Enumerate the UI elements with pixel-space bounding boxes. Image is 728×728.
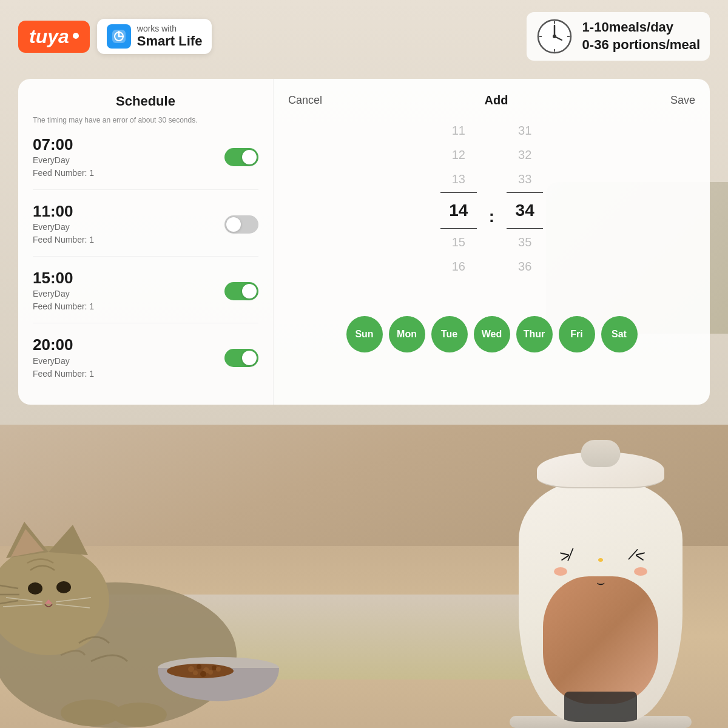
day-sat[interactable]: Sat [601,316,638,352]
svg-point-25 [208,670,213,675]
schedule-info-3: 15:00 EveryDay Feed Number: 1 [33,269,94,313]
schedule-day-3: EveryDay [33,288,94,300]
day-mon[interactable]: Mon [389,316,425,352]
smart-life-name: Smart Life [137,33,203,49]
toggle-2[interactable] [224,215,258,234]
toggle-1[interactable] [224,148,258,166]
add-header: Cancel Add Save [288,93,695,107]
schedule-day-4: EveryDay [33,355,94,368]
tuya-dot [73,33,79,39]
tuya-badge: tuya [18,21,90,53]
schedule-item-1: 07:00 EveryDay Feed Number: 1 [33,135,258,190]
meals-line2: 0-36 portions/meal [582,36,700,54]
main-content: tuya works with Smart Life [0,0,728,411]
hour-15[interactable]: 15 [452,231,465,253]
svg-marker-3 [49,525,88,555]
day-thur[interactable]: Thur [516,316,553,352]
schedule-day-1: EveryDay [33,154,94,167]
schedule-item-2: 11:00 EveryDay Feed Number: 1 [33,202,258,257]
days-row: Sun Mon Tue Wed Thur Fri Sat [288,316,695,352]
schedule-time-1: 07:00 [33,135,94,154]
svg-point-27 [216,667,221,672]
smart-life-icon [107,24,131,49]
schedule-time-4: 20:00 [33,335,94,354]
schedule-info-4: 20:00 EveryDay Feed Number: 1 [33,335,94,380]
schedule-feed-3: Feed Number: 1 [33,300,94,313]
svg-point-24 [200,671,206,677]
hour-13[interactable]: 13 [452,168,465,190]
svg-point-22 [212,666,217,670]
day-fri[interactable]: Fri [559,316,595,352]
toggle-4[interactable] [224,349,258,367]
minute-34-selected[interactable]: 34 [507,192,543,229]
schedule-title: Schedule [33,93,258,109]
toggle-knob-3 [242,284,257,298]
pet-feeder: >∕ ∕< ⌣ [510,425,692,728]
smart-life-works: works with [137,24,203,33]
schedule-day-2: EveryDay [33,221,94,234]
schedule-feed-2: Feed Number: 1 [33,234,94,246]
save-button[interactable]: Save [670,94,695,107]
smart-life-text: works with Smart Life [137,24,203,49]
schedule-panel: Schedule The timing may have an error of… [18,79,273,405]
svg-point-26 [185,670,189,674]
minute-33[interactable]: 33 [518,168,531,190]
badges-left: tuya works with Smart Life [18,19,212,54]
time-separator: : [489,120,494,302]
svg-point-9 [56,581,71,593]
day-wed[interactable]: Wed [474,316,510,352]
minute-36[interactable]: 36 [518,255,531,277]
clock-icon [536,18,573,55]
hour-12[interactable]: 12 [452,144,465,166]
minute-31[interactable]: 31 [518,120,531,141]
tuya-label: tuya [29,25,69,48]
schedule-feed-4: Feed Number: 1 [33,368,94,380]
panels-container: Schedule The timing may have an error of… [18,79,710,405]
schedule-item-4: 20:00 EveryDay Feed Number: 1 [33,335,258,389]
cancel-button[interactable]: Cancel [288,94,322,107]
svg-point-23 [193,670,198,675]
add-panel: Cancel Add Save 11 12 13 14 15 16 17 : 3… [273,79,710,405]
toggle-knob-1 [242,150,257,164]
schedule-time-2: 11:00 [33,202,94,221]
meals-line1: 1-10meals/day [582,19,700,36]
food-bowl [152,656,285,707]
schedule-time-3: 15:00 [33,269,94,288]
minute-35[interactable]: 35 [518,231,531,253]
meals-info: 1-10meals/day 0-36 portions/meal [527,12,710,61]
svg-point-8 [28,582,42,595]
svg-point-20 [197,664,201,669]
toggle-3[interactable] [224,282,258,300]
schedule-info-1: 07:00 EveryDay Feed Number: 1 [33,135,94,180]
minute-picker[interactable]: 31 32 33 34 35 36 37 [507,120,543,302]
time-picker[interactable]: 11 12 13 14 15 16 17 : 31 32 33 34 35 36… [288,120,695,302]
day-tue[interactable]: Tue [431,316,468,352]
schedule-info-2: 11:00 EveryDay Feed Number: 1 [33,202,94,246]
day-sun[interactable]: Sun [346,316,383,352]
svg-point-19 [188,666,194,672]
hour-11[interactable]: 11 [452,120,465,141]
minute-32[interactable]: 32 [518,144,531,166]
svg-point-33 [553,35,556,38]
toggle-knob-2 [226,217,241,232]
hour-14-selected[interactable]: 14 [440,192,477,229]
add-title: Add [485,93,508,107]
svg-point-15 [61,699,121,726]
hour-16[interactable]: 16 [452,255,465,277]
schedule-feed-1: Feed Number: 1 [33,167,94,180]
meals-text: 1-10meals/day 0-36 portions/meal [582,19,700,53]
timing-note: The timing may have an error of about 30… [33,115,258,126]
smart-life-badge: works with Smart Life [97,19,212,54]
schedule-item-3: 15:00 EveryDay Feed Number: 1 [33,269,258,323]
toggle-knob-4 [242,351,257,365]
hour-picker[interactable]: 11 12 13 14 15 16 17 [440,120,477,302]
top-bar: tuya works with Smart Life [0,0,728,73]
